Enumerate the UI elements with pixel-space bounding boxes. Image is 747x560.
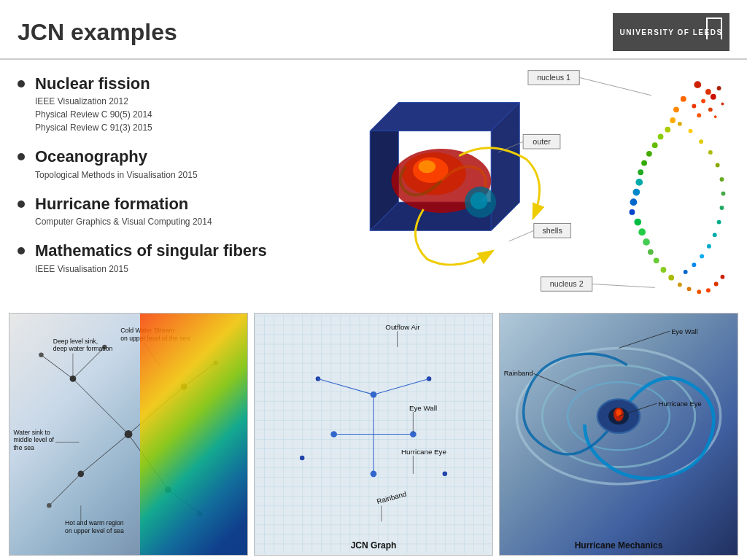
svg-point-23 [630,209,635,215]
svg-point-49 [684,270,688,274]
svg-point-28 [654,257,659,263]
svg-point-15 [658,134,664,140]
svg-point-6 [708,107,713,112]
svg-point-39 [708,150,713,155]
svg-point-12 [670,117,676,123]
item-sublabel: Topological Methods in Visualisation 201… [35,168,198,182]
svg-point-11 [673,106,679,112]
svg-line-76 [49,474,80,505]
svg-point-9 [714,115,717,118]
bullet-content: Hurricane formation Computer Graphics & … [35,195,212,228]
hurricane-jcn-vis: Outflow Air Eye Wall Hurricane Eye Rainb… [255,314,492,555]
bullet-dot [18,153,25,160]
svg-text:middle level of: middle level of [13,436,54,443]
svg-text:Hurricane Eye: Hurricane Eye [401,448,446,456]
svg-line-72 [41,355,72,379]
svg-text:deep water formation: deep water formation [53,345,113,352]
svg-point-59 [471,192,487,209]
list-item: Mathematics of singular fibers IEEE Visu… [18,241,289,275]
svg-point-14 [665,127,670,133]
svg-line-68 [73,378,128,434]
svg-text:the sea: the sea [13,444,34,451]
bullet-content: Mathematics of singular fibers IEEE Visu… [35,241,267,275]
dots-cluster-top [630,81,726,294]
svg-point-2 [701,99,705,104]
svg-line-71 [81,435,128,474]
bullet-dot [18,80,25,88]
svg-point-32 [687,287,692,291]
svg-point-40 [716,163,720,168]
svg-text:Deep level sink,: Deep level sink, [53,338,98,345]
svg-point-5 [692,104,696,109]
svg-text:on upper level of sea: on upper level of sea [65,527,124,534]
bullet-content: Nuclear fission IEEE Visualization 2012 … [35,74,152,134]
svg-text:Eye Wall: Eye Wall [671,328,697,335]
svg-point-13 [678,122,682,126]
svg-point-17 [646,151,652,157]
svg-point-3 [711,94,716,100]
svg-point-16 [652,142,658,148]
nucleus1-label: nucleus 1 [537,73,570,82]
svg-text:Eye Wall: Eye Wall [409,404,437,412]
svg-point-108 [443,472,448,477]
svg-point-44 [717,220,721,225]
svg-point-30 [668,275,674,281]
item-sublabel: Computer Graphics & Visual Computing 201… [35,215,212,228]
bullet-dot [18,201,25,208]
svg-point-31 [678,283,682,287]
item-label: Oceanography [35,147,198,166]
hurricane-mechanics-caption: Hurricane Mechanics [500,540,738,551]
svg-point-107 [300,456,305,461]
svg-point-8 [697,113,701,117]
svg-point-7 [721,103,724,106]
bullet-dot [18,247,25,254]
svg-point-41 [720,177,724,182]
svg-point-18 [641,160,647,166]
svg-point-29 [661,267,667,273]
svg-point-21 [632,189,640,196]
item-label: Hurricane formation [35,195,212,214]
logo-text: UNIVERSITY OF LEEDS [619,28,722,36]
svg-point-4 [717,86,721,90]
svg-line-65 [509,230,534,241]
svg-point-34 [706,288,711,292]
svg-text:Hot and warm region: Hot and warm region [65,519,124,526]
svg-point-26 [643,238,650,246]
bullet-content: Oceanography Topological Methods in Visu… [35,147,198,181]
svg-point-1 [705,89,711,95]
svg-point-38 [699,139,703,144]
hurricane-jcn-image: Outflow Air Eye Wall Hurricane Eye Rainb… [254,313,493,556]
svg-point-57 [419,160,436,174]
svg-point-42 [721,192,726,196]
svg-point-37 [689,129,693,133]
bottom-section: Deep level sink, deep water formation Co… [0,308,747,560]
university-logo: UNIVERSITY OF LEEDS [613,13,729,51]
list-item: Oceanography Topological Methods in Visu… [18,147,289,181]
svg-point-81 [77,470,84,477]
svg-point-35 [714,282,719,287]
svg-point-86 [47,503,52,508]
svg-point-27 [648,249,654,255]
page-title: JCN examples [18,19,177,46]
header: JCN examples UNIVERSITY OF LEEDS [0,0,747,60]
item-sublabel: IEEE Visualisation 2015 [35,262,267,276]
svg-point-127 [616,409,622,416]
item-label: Nuclear fission [35,74,152,93]
svg-line-67 [592,284,655,288]
svg-text:Rainband: Rainband [504,370,533,377]
hurricane-mechanics-vis: Eye Wall Rainband Hurricane Eye [500,314,738,518]
hurricane-mechanics-image: Eye Wall Rainband Hurricane Eye Hurrican… [499,313,738,556]
svg-point-43 [720,206,724,210]
svg-point-36 [721,275,725,279]
svg-point-25 [638,228,646,236]
item-sublabel: IEEE Visualization 2012 Physical Review … [35,95,152,134]
svg-point-48 [692,262,696,267]
nucleus2-label: nucleus 2 [550,279,584,288]
jcn-graph-caption: JCN Graph [255,540,492,551]
shells-label: shells [542,226,562,235]
svg-line-61 [579,77,651,95]
svg-point-33 [697,289,701,294]
outer-label: outer [533,137,551,146]
svg-point-22 [630,198,638,206]
svg-text:Outflow Air: Outflow Air [385,323,420,331]
